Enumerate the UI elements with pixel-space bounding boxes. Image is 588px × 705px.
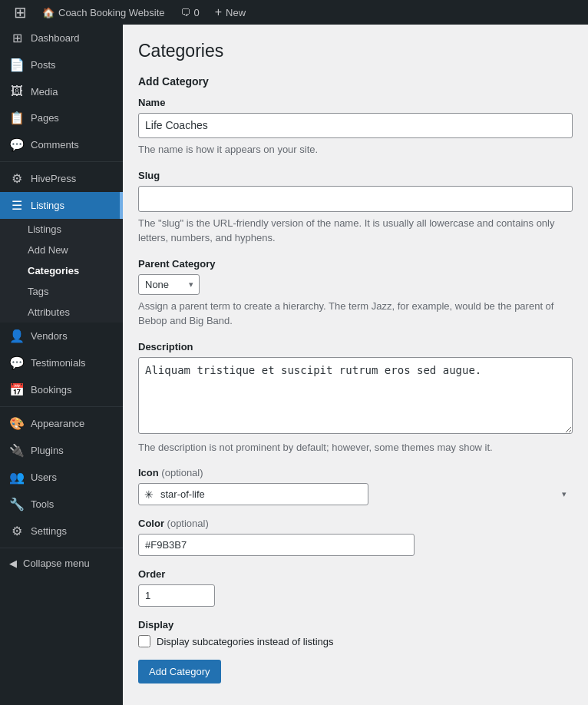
sidebar-sub-tags[interactable]: Tags (0, 281, 123, 302)
sidebar-item-settings[interactable]: ⚙ Settings (0, 518, 123, 544)
sidebar-item-appearance[interactable]: 🎨 Appearance (0, 410, 123, 437)
parent-category-select[interactable]: None (138, 274, 200, 295)
sidebar-label-media: Media (31, 86, 58, 98)
sidebar-item-plugins[interactable]: 🔌 Plugins (0, 437, 123, 464)
sidebar-divider-1 (0, 161, 123, 162)
order-label: Order (138, 568, 573, 580)
sidebar-item-bookings[interactable]: 📅 Bookings (0, 376, 123, 403)
sidebar-divider-3 (0, 548, 123, 548)
order-field: Order (138, 568, 573, 607)
sidebar-item-hivepress[interactable]: ⚙ HivePress (0, 165, 123, 192)
comments-icon: 💬 (9, 137, 25, 152)
parent-category-hint: Assign a parent term to create a hierarc… (138, 299, 573, 329)
plugins-icon: 🔌 (9, 443, 25, 458)
slug-input[interactable] (138, 186, 573, 212)
slug-label: Slug (138, 170, 573, 181)
sidebar-label-listings: Listings (31, 200, 64, 211)
add-category-button[interactable]: Add Category (138, 660, 221, 683)
parent-category-select-wrap: None ▾ (138, 274, 200, 295)
wp-logo-button[interactable]: ⊞ (6, 0, 35, 25)
appearance-icon: 🎨 (9, 416, 25, 431)
sidebar-sub-add-new[interactable]: Add New (0, 240, 123, 260)
comments-button[interactable]: 🗨 0 (173, 0, 207, 25)
sub-listings-label: Listings (28, 223, 61, 235)
sidebar-sub-categories[interactable]: Categories (0, 260, 123, 281)
section-title: Add Category (138, 75, 573, 88)
collapse-label: Collapse menu (23, 558, 90, 569)
sidebar-item-tools[interactable]: 🔧 Tools (0, 491, 123, 518)
sidebar-label-settings: Settings (31, 525, 67, 537)
description-label: Description (138, 341, 573, 352)
sidebar: ⊞ Dashboard 📄 Posts 🖼 Media 📋 Pages 💬 Co… (0, 25, 123, 705)
sidebar-label-comments: Comments (31, 139, 79, 151)
name-input[interactable] (138, 113, 573, 139)
new-content-button[interactable]: + New (207, 0, 253, 25)
sidebar-item-vendors[interactable]: 👤 Vendors (0, 323, 123, 349)
sidebar-label-plugins: Plugins (31, 445, 64, 456)
pages-icon: 📋 (9, 111, 25, 125)
comments-count: 0 (194, 7, 200, 18)
sidebar-item-pages[interactable]: 📋 Pages (0, 104, 123, 131)
sub-add-new-label: Add New (28, 244, 68, 256)
sidebar-item-dashboard[interactable]: ⊞ Dashboard (0, 25, 123, 51)
sidebar-label-pages: Pages (31, 112, 59, 124)
sub-categories-label: Categories (28, 265, 79, 276)
sidebar-item-listings[interactable]: ☰ Listings (0, 192, 123, 219)
page-title: Categories (138, 40, 573, 63)
sidebar-item-comments[interactable]: 💬 Comments (0, 131, 123, 158)
sidebar-item-posts[interactable]: 📄 Posts (0, 51, 123, 78)
sidebar-label-dashboard: Dashboard (31, 32, 80, 44)
sidebar-menu: ⊞ Dashboard 📄 Posts 🖼 Media 📋 Pages 💬 Co… (0, 25, 123, 575)
parent-category-label: Parent Category (138, 258, 573, 270)
posts-icon: 📄 (9, 58, 25, 72)
dashboard-icon: ⊞ (9, 31, 25, 45)
display-checkbox-wrap: Display subcategories instead of listing… (138, 635, 573, 647)
description-field: Description Aliquam tristique et suscipi… (138, 341, 573, 455)
sidebar-label-bookings: Bookings (31, 384, 71, 396)
name-label: Name (138, 97, 573, 108)
order-input[interactable] (138, 584, 215, 607)
vendors-icon: 👤 (9, 329, 25, 343)
plus-icon: + (215, 5, 222, 19)
display-checkbox-label: Display subcategories instead of listing… (157, 636, 334, 647)
sidebar-sub-listings[interactable]: Listings (0, 219, 123, 240)
icon-chevron-icon: ▾ (562, 489, 567, 499)
sub-attributes-label: Attributes (28, 306, 70, 318)
listings-icon: ☰ (9, 198, 25, 213)
site-name-label: Coach Booking Website (58, 7, 165, 18)
slug-hint: The "slug" is the URL-friendly version o… (138, 216, 573, 246)
sidebar-item-testimonials[interactable]: 💬 Testimonials (0, 349, 123, 376)
bookings-icon: 📅 (9, 382, 25, 397)
name-hint: The name is how it appears on your site. (138, 142, 573, 157)
settings-icon: ⚙ (9, 524, 25, 538)
wp-logo-icon: ⊞ (14, 3, 27, 22)
sidebar-label-testimonials: Testimonials (31, 357, 86, 369)
icon-select-wrap: ✳ star-of-life ▾ (138, 483, 573, 505)
color-label: Color (optional) (138, 518, 573, 529)
sidebar-divider-2 (0, 406, 123, 407)
icon-field: Icon (optional) ✳ star-of-life ▾ (138, 467, 573, 505)
collapse-menu-button[interactable]: ◀ Collapse menu (0, 551, 123, 575)
display-subcategories-checkbox[interactable] (138, 635, 150, 647)
icon-select[interactable]: star-of-life (138, 483, 368, 505)
display-field: Display Display subcategories instead of… (138, 619, 573, 647)
color-input[interactable] (138, 534, 415, 556)
description-input[interactable]: Aliquam tristique et suscipit rutrum ero… (138, 357, 573, 434)
site-name-button[interactable]: 🏠 Coach Booking Website (35, 0, 173, 25)
icon-optional: (optional) (161, 467, 203, 478)
submit-area: Add Category (138, 660, 573, 683)
sidebar-item-users[interactable]: 👥 Users (0, 464, 123, 491)
sidebar-label-hivepress: HivePress (31, 173, 76, 184)
sidebar-label-tools: Tools (31, 498, 54, 510)
media-icon: 🖼 (9, 84, 25, 98)
layout: ⊞ Dashboard 📄 Posts 🖼 Media 📋 Pages 💬 Co… (0, 25, 588, 705)
hivepress-icon: ⚙ (9, 171, 25, 186)
home-icon: 🏠 (42, 7, 55, 18)
testimonials-icon: 💬 (9, 356, 25, 370)
sidebar-item-media[interactable]: 🖼 Media (0, 78, 123, 104)
sidebar-label-users: Users (31, 472, 57, 483)
sidebar-sub-attributes[interactable]: Attributes (0, 302, 123, 323)
name-field: Name The name is how it appears on your … (138, 97, 573, 157)
comment-icon: 🗨 (180, 7, 190, 18)
display-label: Display (138, 619, 573, 631)
